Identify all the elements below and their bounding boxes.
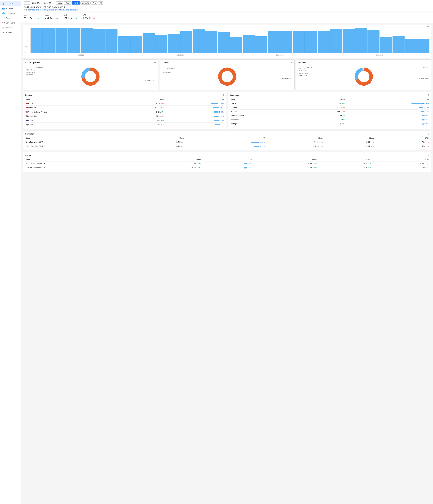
campaign-clicks: 6.0 K -3% <box>324 144 374 148</box>
period-today[interactable]: Today <box>56 1 63 5</box>
breadcrumb-company[interactable]: ABC-Company <box>24 6 39 8</box>
banner-title: Banner ⊞ <box>25 154 429 156</box>
donut-browser-refresh-icon[interactable]: ↻ <box>427 62 429 64</box>
campaign-name: Black Friday Sale 2018 <box>25 140 127 144</box>
language-pct: 7.97% <box>346 109 429 114</box>
campaign-col-users: Users <box>127 136 185 140</box>
period-year[interactable]: Year <box>91 1 98 5</box>
period-3months[interactable]: 3 months <box>81 1 90 5</box>
language-users: 17.2 K 0% <box>297 114 346 118</box>
banner-name: ZH Black Friday Sale 001 <box>25 166 141 170</box>
campaign-views: 516.2 K +3% <box>265 144 324 148</box>
country-name: 🇨🇳 China <box>25 101 120 106</box>
sidebar-label-campaigns: Campaigns <box>6 22 15 24</box>
language-grid-icon[interactable]: ⊞ <box>427 94 429 96</box>
language-table-title: Language ⊞ <box>230 94 429 96</box>
language-table: Name Users % English 116.7 K +3% 41.14% … <box>230 98 429 126</box>
country-pct: 7.66% <box>165 106 224 110</box>
browser-label-unknown: unknown 1.34% <box>299 72 308 74</box>
language-pct: 41.14% <box>346 101 429 106</box>
sidebar-item-overview[interactable]: ◎ Overview <box>0 1 21 6</box>
sidebar-label-settings: Settings <box>6 31 12 34</box>
country-table-card: Country ⊞ Name Users % 🇨🇳 China 29.2 K -… <box>23 92 226 129</box>
chart-bar <box>243 35 255 53</box>
browser-label-opera: Opera 0.02% <box>306 66 313 68</box>
donut-os-title: Operating system ↻ <box>25 62 156 64</box>
period-all[interactable]: All <box>98 1 103 5</box>
language-users: 116.7 K +3% <box>297 101 346 106</box>
chart-bar <box>130 36 142 53</box>
language-pct: 5.63% <box>346 118 429 122</box>
stat-users-change: +4% <box>36 18 39 20</box>
sidebar-item-audience[interactable]: 👥 Audience <box>0 6 21 11</box>
table-row: Russian 22.6 K -5% 7.97% <box>230 109 429 114</box>
chart-bars <box>30 27 429 53</box>
country-users: 29.2 K -14% <box>120 101 165 106</box>
banner-col-name: Name <box>25 158 141 162</box>
chart-container: 20.0K 15.0K 10.0K 5.0K 0 2018.07.29 2018… <box>25 27 429 56</box>
stat-clicks: Clicks 29.4 K +1% <box>63 14 77 21</box>
os-label-unknown: unknown 0.15% <box>27 72 36 73</box>
sidebar: ◎ Overview 👥 Audience 🌐 Geography 📄 Page… <box>0 0 21 504</box>
language-col-users: Users <box>297 98 346 101</box>
sidebar-item-banners[interactable]: 🖼 Banners <box>0 25 21 30</box>
next-button[interactable]: › <box>27 1 30 5</box>
sidebar-label-banners: Banners <box>6 27 12 29</box>
language-users: 13.8 K +6% <box>297 122 346 126</box>
table-row: 🇿🇦 South Africa 17.6 K -7% 6.19% <box>25 114 224 118</box>
banner-col-pct: % <box>201 158 252 162</box>
chart-bar <box>355 28 367 53</box>
country-users: 21.7 K +10% <box>120 106 165 110</box>
country-pct: 10.29% <box>165 101 224 106</box>
settings-icon: ⚙ <box>2 31 5 34</box>
donut-platform-refresh-icon[interactable]: ↻ <box>291 62 292 64</box>
chart-bar <box>193 29 205 53</box>
language-users: 35.2 K -9% <box>297 106 346 109</box>
stat-users-value: 283.5 K +4% <box>24 17 39 20</box>
breadcrumb-separator: ▶ <box>40 6 42 8</box>
donut-browser-title: Browser ↻ <box>298 62 429 64</box>
banner-views: 116.8 K +52% <box>252 162 317 166</box>
table-row: Winter Collection 2019 108.4 K +1% 38.25… <box>25 144 429 148</box>
period-week[interactable]: Week <box>64 1 71 5</box>
banner-ctr: 1.25% -3% <box>372 166 429 170</box>
sidebar-item-campaigns[interactable]: 📢 Campaigns <box>0 20 21 25</box>
csv-button[interactable]: csv <box>427 26 430 27</box>
country-grid-icon[interactable]: ⊞ <box>223 94 224 96</box>
language-table-card: Language ⊞ Name Users % English 116.7 K … <box>228 92 432 129</box>
sidebar-item-geography[interactable]: 🌐 Geography <box>0 11 21 16</box>
period-month[interactable]: Month <box>72 1 80 5</box>
banner-name: EN Black Friday Sale 001 <box>25 162 141 166</box>
main-content: ‹ › 2018.07.24 — 2018.08.22 Today Week M… <box>21 0 433 504</box>
platform-label-mobile: mobile 100.00% <box>282 78 291 79</box>
chart-section: csv 20.0K 15.0K 10.0K 5.0K 0 2018.07.29 … <box>23 25 431 58</box>
banner-col-users: Users <box>141 158 201 162</box>
stat-ctr-value: 1.22% -9% <box>82 17 95 20</box>
country-table-title: Country ⊞ <box>25 94 224 96</box>
country-name: 🇮🇩 Indonesia <box>25 106 120 110</box>
campaign-col-name: Name <box>25 136 127 140</box>
banner-grid-icon[interactable]: ⊞ <box>427 154 429 156</box>
header-controls: ‹ › 2018.07.24 — 2018.08.22 Today Week M… <box>24 1 430 5</box>
campaign-users: 158.7 K +6% <box>127 140 185 144</box>
nav-arrows: ‹ › <box>24 1 30 5</box>
language-pct: 4.88% <box>346 122 429 126</box>
sidebar-item-settings[interactable]: ⚙ Settings <box>0 30 21 35</box>
prev-button[interactable]: ‹ <box>24 1 27 5</box>
stat-views-value: 2.4 M +11% <box>45 17 58 20</box>
language-name: Chinese <box>230 106 298 109</box>
country-users: 17.6 K -7% <box>120 114 165 118</box>
table-row: 🇮🇩 Indonesia 21.7 K +10% 7.66% <box>25 106 224 110</box>
svg-point-3 <box>85 71 96 82</box>
banner-views: 63.8 K +42% <box>252 166 317 170</box>
chart-bar <box>31 28 43 53</box>
breadcrumb-page[interactable]: Left side skyscraper ▼ <box>43 6 65 8</box>
banners-icon: 🖼 <box>2 27 5 29</box>
sidebar-item-pages[interactable]: 📄 Pages <box>0 16 21 20</box>
donut-os-refresh-icon[interactable]: ↻ <box>154 62 156 64</box>
campaign-grid-icon[interactable]: ⊞ <box>427 133 429 135</box>
language-users: 22.6 K -5% <box>297 109 346 114</box>
country-pct: 7.08% <box>165 110 224 114</box>
country-name: 🇷🇺 Russia <box>25 118 120 123</box>
chart-bar <box>330 29 342 53</box>
